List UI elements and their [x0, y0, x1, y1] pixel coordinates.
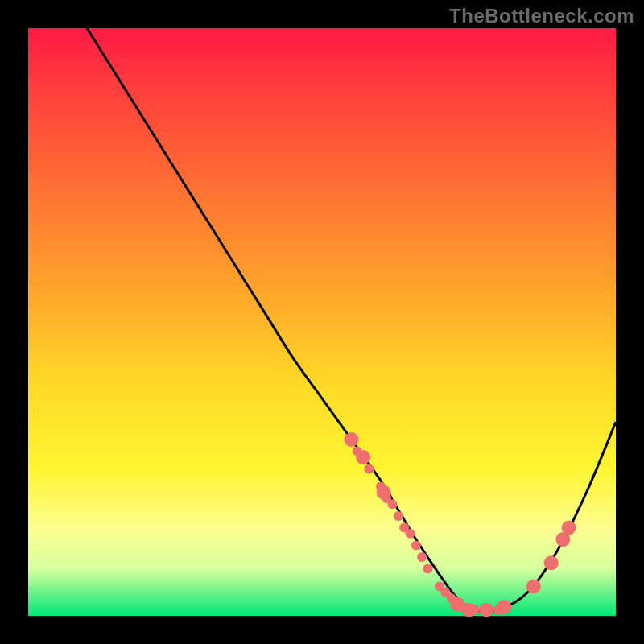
- watermark-text: TheBottleneck.com: [449, 5, 634, 27]
- marker-dot: [423, 564, 432, 574]
- marker-dot: [497, 600, 511, 614]
- marker-dot: [364, 464, 374, 474]
- chart-svg: [28, 28, 616, 616]
- chart-plot-area: [28, 28, 616, 616]
- marker-dot: [356, 450, 370, 464]
- marker-dot: [562, 521, 576, 535]
- bottleneck-curve: [87, 28, 616, 612]
- marker-dot: [526, 580, 541, 594]
- marker-dot: [417, 552, 427, 562]
- marker-dot: [479, 603, 493, 617]
- marker-dot: [388, 499, 398, 509]
- marker-dot: [345, 432, 359, 447]
- marker-dot: [394, 511, 403, 521]
- marker-dot: [470, 605, 480, 615]
- marker-dot: [411, 540, 421, 550]
- marker-dot: [406, 529, 415, 539]
- marker-dot: [544, 555, 559, 570]
- marker-group: [345, 432, 576, 617]
